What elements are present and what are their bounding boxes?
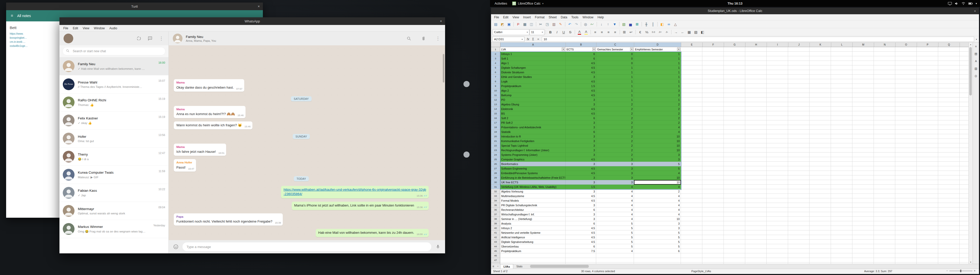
cell-C25[interactable]: 3 bbox=[596, 157, 634, 162]
cell-A22[interactable]: Special Topic Lighthod bbox=[500, 143, 566, 148]
insert-chart-icon[interactable]: ▅ bbox=[627, 21, 634, 27]
calc-titlebar[interactable]: Studienplan_UK.ods - LibreOffice Calc × bbox=[491, 8, 979, 14]
cell-B34[interactable]: 4.5 bbox=[566, 198, 596, 203]
cell-A32[interactable]: Algebra Vorlesung bbox=[500, 189, 566, 194]
underline-icon[interactable]: U bbox=[560, 29, 567, 35]
column-header-L[interactable]: L bbox=[831, 43, 853, 47]
column-header-C[interactable]: C bbox=[597, 43, 634, 47]
autofilter-button-A[interactable]: ▼ bbox=[562, 47, 565, 51]
cell-C44[interactable]: 5 bbox=[596, 244, 634, 249]
cell-B23[interactable]: 3 bbox=[566, 148, 596, 153]
cell-B38[interactable]: 3 bbox=[566, 217, 596, 221]
highlight-color-icon[interactable]: A bbox=[583, 29, 589, 35]
row-header-18[interactable]: 18 bbox=[491, 125, 500, 130]
cell-B18[interactable]: 3 bbox=[566, 125, 596, 130]
scroll-down-icon[interactable]: ▼ bbox=[969, 260, 973, 264]
status-page-style[interactable]: PageStyle_LVAs bbox=[691, 270, 711, 273]
column-header-D[interactable]: D bbox=[634, 43, 681, 47]
cell-D11[interactable]: 3 bbox=[634, 93, 681, 98]
menu-sheet[interactable]: Sheet bbox=[547, 15, 558, 20]
cell-B5[interactable]: 4.5 bbox=[566, 65, 596, 70]
row-header-28[interactable]: 28 bbox=[491, 171, 500, 175]
chat-list-item[interactable]: Family Neu✓ Hab eine Mail von willhaben … bbox=[59, 57, 169, 75]
find-and-replace-icon[interactable]: ◎ bbox=[582, 21, 589, 27]
cell-C2[interactable]: 0 bbox=[596, 52, 634, 56]
cell-C8[interactable]: 1 bbox=[596, 79, 634, 84]
battery-icon[interactable] bbox=[968, 2, 973, 5]
cell-A44[interactable]: Übersetzerbau bbox=[500, 244, 566, 249]
insert-image-icon[interactable]: ▨ bbox=[620, 21, 627, 27]
cell-A40[interactable]: Infosys 2 bbox=[500, 226, 566, 231]
row-header-5[interactable]: 5 bbox=[491, 65, 500, 70]
font-name-combo[interactable]: Calibri ▾ bbox=[493, 29, 529, 35]
cell-D16[interactable]: 2 bbox=[634, 116, 681, 120]
cell-C35[interactable]: 4 bbox=[596, 203, 634, 207]
merge-cells-icon[interactable]: ⊞ bbox=[621, 29, 628, 35]
row-header-30[interactable]: 30 bbox=[491, 180, 500, 185]
cell-D13[interactable]: 2 bbox=[634, 102, 681, 107]
cell-B25[interactable]: 4.5 bbox=[566, 157, 596, 162]
cell-A24[interactable]: Systems Programming (Joker) bbox=[500, 153, 566, 157]
cell-D8[interactable]: 1 bbox=[634, 79, 681, 84]
cell-B2[interactable]: 6 bbox=[566, 52, 596, 56]
clock[interactable]: Thu 16:13 bbox=[728, 2, 742, 5]
cell-C28[interactable]: 3 bbox=[596, 171, 634, 175]
sidebar-properties-icon[interactable]: ▤ bbox=[974, 51, 978, 56]
cell-D29[interactable]: 10 bbox=[634, 175, 681, 180]
activities-button[interactable]: Activities bbox=[493, 1, 508, 6]
cell-D9[interactable]: 1 bbox=[634, 84, 681, 89]
row-header-32[interactable]: 32 bbox=[491, 189, 500, 194]
cell-C11[interactable]: 1 bbox=[596, 93, 634, 98]
message-bubble[interactable]: MamaIch fahre jetzt nach Hause!16:01 bbox=[174, 144, 226, 156]
cell-A38[interactable]: Seminar in … (Vertiefung) bbox=[500, 217, 566, 221]
cell-A36[interactable]: Rechnerarchitektur bbox=[500, 207, 566, 212]
row-header-29[interactable]: 29 bbox=[491, 175, 500, 180]
cell-A29[interactable]: Einführung in die Betriebswirtschaftsleh… bbox=[500, 175, 566, 180]
row-header-39[interactable]: 39 bbox=[491, 221, 500, 226]
cell-B40[interactable]: 4.5 bbox=[566, 226, 596, 231]
cell-A45[interactable]: Projektpraktikum bbox=[500, 249, 566, 253]
cell-B31[interactable]: 1.5 bbox=[566, 185, 596, 189]
copy-icon[interactable]: ◳ bbox=[544, 21, 550, 27]
scroll-up-icon[interactable]: ▲ bbox=[969, 43, 973, 46]
cell-C40[interactable]: 5 bbox=[596, 226, 634, 231]
cell-C16[interactable]: 2 bbox=[596, 116, 634, 120]
hamburger-icon[interactable]: ≡ bbox=[11, 14, 13, 18]
cell-A30[interactable]: UK free ECTS bbox=[500, 180, 566, 185]
cell-A9[interactable]: Projektpraktikum bbox=[500, 84, 566, 89]
cell-C12[interactable]: 1 bbox=[596, 98, 634, 102]
row-header-6[interactable]: 6 bbox=[491, 70, 500, 74]
conversation-header[interactable]: Family Neu Anna, Mama, Papa, You ⋮ bbox=[169, 32, 445, 45]
cell-B8[interactable]: 4.5 bbox=[566, 79, 596, 84]
export-pdf-icon[interactable]: P bbox=[515, 21, 522, 27]
cell-C7[interactable]: 1 bbox=[596, 74, 634, 79]
zoom-out-icon[interactable]: − bbox=[946, 269, 948, 272]
caret-down-icon[interactable]: ▾ bbox=[976, 2, 977, 5]
menu-tools[interactable]: Tools bbox=[570, 15, 581, 20]
cell-D35[interactable]: 4 bbox=[634, 203, 681, 207]
cell-B37[interactable]: 3 bbox=[566, 212, 596, 217]
cell-A4[interactable]: Algo 1 bbox=[500, 61, 566, 65]
conversation-avatar[interactable] bbox=[173, 33, 183, 43]
row-header-22[interactable]: 22 bbox=[491, 143, 500, 148]
close-icon[interactable]: × bbox=[258, 3, 260, 10]
cell-A15[interactable]: BS bbox=[500, 111, 566, 116]
cell-D28[interactable]: 4 bbox=[634, 171, 681, 175]
cell-C33[interactable]: 4 bbox=[596, 194, 634, 198]
cell-D22[interactable]: 10 bbox=[634, 143, 681, 148]
chat-list-item[interactable]: HoferOma: Ist gut13:56 bbox=[59, 130, 169, 148]
cell-C43[interactable]: 5 bbox=[596, 240, 634, 244]
row-header-45[interactable]: 45 bbox=[491, 249, 500, 253]
chat-list-item[interactable]: Therry😂 I di a12:47 bbox=[59, 148, 169, 166]
column-header-P[interactable]: P bbox=[917, 43, 939, 47]
cell-B20[interactable]: 3 bbox=[566, 134, 596, 139]
cell-C27[interactable]: 3 bbox=[596, 166, 634, 171]
cell-C13[interactable]: 2 bbox=[596, 102, 634, 107]
cell-A1[interactable]: LVA▼ bbox=[500, 47, 566, 52]
strikethrough-icon[interactable]: S bbox=[567, 29, 573, 35]
row-header-20[interactable]: 20 bbox=[491, 134, 500, 139]
row-header-47[interactable]: 47 bbox=[491, 258, 500, 262]
row-header-23[interactable]: 23 bbox=[491, 148, 500, 153]
cell-D39[interactable]: 3 bbox=[634, 221, 681, 226]
row-header-24[interactable]: 24 bbox=[491, 153, 500, 157]
